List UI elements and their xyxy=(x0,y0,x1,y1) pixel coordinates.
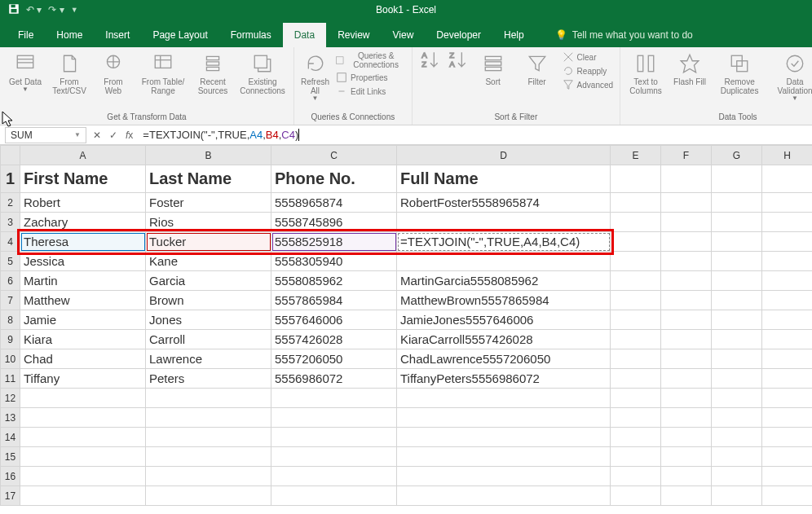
row-header[interactable]: 10 xyxy=(1,349,20,369)
cell[interactable]: KiaraCarroll5557426028 xyxy=(397,330,611,349)
cell[interactable] xyxy=(661,165,712,193)
cell[interactable] xyxy=(661,408,712,428)
tab-view[interactable]: View xyxy=(382,23,426,47)
cell[interactable] xyxy=(762,252,813,271)
cell[interactable] xyxy=(611,291,661,310)
row-header[interactable]: 12 xyxy=(1,389,20,408)
cell[interactable]: Full Name xyxy=(397,165,611,193)
cell[interactable]: RobertFoster5558965874 xyxy=(397,193,611,213)
undo-icon[interactable]: ↶ ▾ xyxy=(26,4,42,15)
properties-button[interactable]: Properties xyxy=(336,72,388,83)
cell[interactable] xyxy=(611,232,661,252)
row-header[interactable]: 15 xyxy=(1,447,20,467)
cell[interactable]: JamieJones5557646006 xyxy=(397,310,611,330)
cell[interactable]: Tiffany xyxy=(20,369,146,389)
cell[interactable] xyxy=(271,447,397,467)
sort-button[interactable]: Sort xyxy=(474,51,512,86)
from-csv-button[interactable]: From Text/CSV xyxy=(51,51,88,95)
cell[interactable] xyxy=(661,330,712,349)
row-header[interactable]: 16 xyxy=(1,467,20,486)
cell[interactable]: Theresa xyxy=(20,232,146,252)
cell[interactable] xyxy=(271,467,397,486)
cell[interactable] xyxy=(611,213,661,232)
cell[interactable] xyxy=(661,213,712,232)
tab-data[interactable]: Data xyxy=(283,23,326,47)
cell[interactable] xyxy=(712,447,762,467)
cell[interactable]: Jones xyxy=(146,310,271,330)
save-icon[interactable] xyxy=(8,3,20,17)
cell[interactable]: Jamie xyxy=(20,310,146,330)
col-header-d[interactable]: D xyxy=(397,146,611,165)
filter-button[interactable]: Filter xyxy=(519,51,556,86)
cell[interactable] xyxy=(146,467,271,486)
cell[interactable]: Phone No. xyxy=(271,165,397,193)
data-validation-button[interactable]: Data Validation▼ xyxy=(770,51,812,103)
cell[interactable]: 5557646006 xyxy=(271,310,397,330)
cell[interactable] xyxy=(661,252,712,271)
cell[interactable] xyxy=(712,291,762,310)
cell[interactable] xyxy=(762,486,813,506)
cell[interactable] xyxy=(712,165,762,193)
refresh-all-button[interactable]: Refresh All▼ xyxy=(301,51,329,103)
cell[interactable] xyxy=(146,408,271,428)
cell[interactable] xyxy=(661,428,712,447)
cell[interactable] xyxy=(661,271,712,291)
cell[interactable] xyxy=(762,232,813,252)
cell[interactable]: Last Name xyxy=(146,165,271,193)
col-header-g[interactable]: G xyxy=(712,146,762,165)
text-to-columns-button[interactable]: Text to Columns xyxy=(627,51,664,95)
cell[interactable] xyxy=(20,486,146,506)
cell[interactable]: 5558085962 xyxy=(271,271,397,291)
cell[interactable] xyxy=(611,447,661,467)
cell[interactable]: Carroll xyxy=(146,330,271,349)
fx-icon[interactable]: fx xyxy=(126,130,133,141)
tab-insert[interactable]: Insert xyxy=(94,23,141,47)
cell[interactable] xyxy=(762,271,813,291)
cell[interactable] xyxy=(611,369,661,389)
sheet-table[interactable]: A B C D E F G H 1 First Name Last Name P… xyxy=(0,145,812,506)
tab-help[interactable]: Help xyxy=(492,23,536,47)
cell[interactable]: Rios xyxy=(146,213,271,232)
name-box[interactable]: SUM ▼ xyxy=(5,127,86,143)
cell[interactable]: Lawrence xyxy=(146,349,271,369)
cell[interactable]: 5557426028 xyxy=(271,330,397,349)
cell[interactable] xyxy=(661,486,712,506)
cell[interactable]: =TEXTJOIN("-",TRUE,A4,B4,C4) xyxy=(397,232,611,252)
cell[interactable] xyxy=(611,408,661,428)
cell[interactable]: Kane xyxy=(146,252,271,271)
from-table-button[interactable]: From Table/ Range xyxy=(139,51,188,95)
cell[interactable]: 5558305940 xyxy=(271,252,397,271)
cell[interactable] xyxy=(397,428,611,447)
cancel-formula-icon[interactable]: ✕ xyxy=(93,130,101,141)
cell[interactable] xyxy=(146,389,271,408)
worksheet-grid[interactable]: A B C D E F G H 1 First Name Last Name P… xyxy=(0,145,812,506)
cell[interactable] xyxy=(762,349,813,369)
row-header[interactable]: 14 xyxy=(1,428,20,447)
row-header[interactable]: 1 xyxy=(1,165,20,193)
row-header[interactable]: 6 xyxy=(1,271,20,291)
cell[interactable] xyxy=(661,447,712,467)
recent-sources-button[interactable]: Recent Sources xyxy=(194,51,232,95)
row-header[interactable]: 5 xyxy=(1,252,20,271)
edit-links-button[interactable]: Edit Links xyxy=(336,86,386,97)
cell[interactable] xyxy=(397,467,611,486)
cell[interactable]: Peters xyxy=(146,369,271,389)
cell[interactable]: Tucker xyxy=(146,232,271,252)
cell[interactable] xyxy=(271,428,397,447)
cell[interactable] xyxy=(611,271,661,291)
cell[interactable]: Chad xyxy=(20,349,146,369)
col-header-f[interactable]: F xyxy=(661,146,712,165)
cell[interactable] xyxy=(712,330,762,349)
existing-connections-button[interactable]: Existing Connections xyxy=(238,51,287,95)
clear-button[interactable]: Clear xyxy=(563,51,597,63)
cell[interactable]: 5556986072 xyxy=(271,369,397,389)
cell[interactable] xyxy=(712,467,762,486)
remove-duplicates-button[interactable]: Remove Duplicates xyxy=(715,51,764,95)
cell[interactable] xyxy=(146,486,271,506)
cell[interactable] xyxy=(712,252,762,271)
cell[interactable]: ChadLawrence5557206050 xyxy=(397,349,611,369)
cell[interactable]: Martin xyxy=(20,271,146,291)
cell[interactable] xyxy=(712,193,762,213)
cell[interactable] xyxy=(397,252,611,271)
cell[interactable] xyxy=(712,486,762,506)
